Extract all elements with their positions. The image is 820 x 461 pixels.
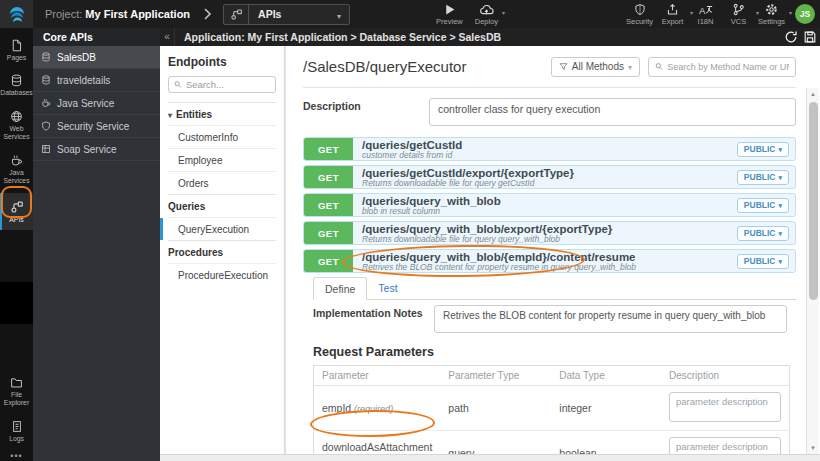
tab-define[interactable]: Define (313, 277, 367, 300)
branch-icon (732, 3, 745, 16)
cloud-upload-icon (479, 3, 494, 16)
more-options-icon[interactable] (10, 451, 22, 461)
svg-text:A: A (699, 4, 706, 15)
i18n-label: I18N (698, 17, 714, 26)
param-row-empid: empId (required) path integer (314, 386, 790, 431)
scrollbar-thumb[interactable] (809, 102, 818, 300)
query-executor-view: /SalesDB/queryExecutor All Methods Descr… (285, 46, 806, 454)
scroll-down-icon[interactable] (807, 445, 819, 451)
access-dropdown[interactable]: PUBLIC (737, 170, 789, 185)
param-description-input[interactable] (669, 392, 781, 422)
sidebar-item-web-services[interactable]: Web Services (0, 105, 33, 146)
sidebar-item-logs[interactable]: Logs (0, 415, 33, 447)
database-icon (41, 52, 51, 62)
shield-icon (41, 121, 51, 131)
export-button[interactable]: Export (659, 3, 686, 26)
chevron-down-icon (778, 256, 782, 266)
soap-icon (41, 144, 51, 154)
coffee-icon (10, 154, 23, 167)
method-search[interactable] (648, 57, 796, 77)
endpoint-url-area[interactable]: /queries/getCustId/export/{exportType} R… (353, 166, 583, 188)
core-api-item-traveldetails[interactable]: traveldetails (33, 69, 160, 92)
endpoint-url-area[interactable]: /queries/query_with_blob blob in result … (353, 194, 510, 216)
scroll-up-icon[interactable] (807, 91, 819, 97)
avatar[interactable]: JS (795, 4, 815, 24)
core-apis-title: Core APIs (33, 28, 160, 46)
deploy-button[interactable]: Deploy (475, 3, 498, 26)
settings-button[interactable]: Settings (758, 3, 785, 26)
implementation-notes-input[interactable]: Retrives the BLOB content for property r… (434, 305, 787, 333)
chevron-down-icon (778, 172, 782, 182)
vertical-scrollbar[interactable] (806, 88, 819, 454)
left-sidebar: Pages Databases Web Services Java Servic… (0, 28, 33, 461)
core-api-item-java-service[interactable]: Java Service (33, 92, 160, 115)
endpoint-item-procedureexecution[interactable]: ProcedureExecution (168, 263, 276, 286)
workspace-dropdown[interactable]: APIs (223, 4, 350, 25)
filter-icon (559, 62, 568, 71)
param-required: (required) (354, 404, 393, 414)
methods-filter-dropdown[interactable]: All Methods (551, 57, 640, 77)
method-badge: GET (304, 250, 353, 272)
method-badge: GET (304, 222, 353, 244)
endpoint-search[interactable] (168, 76, 276, 93)
endpoint-url-area[interactable]: /queries/getCustId customer details from… (353, 138, 471, 160)
access-dropdown[interactable]: PUBLIC (737, 254, 789, 269)
core-api-item-security-service[interactable]: Security Service (33, 115, 160, 138)
endpoint-item-customerinfo[interactable]: CustomerInfo (168, 125, 276, 148)
search-icon (174, 80, 182, 89)
sidebar-item-file-explorer[interactable]: File Explorer (0, 371, 33, 412)
column-description: Description (661, 366, 790, 386)
vcs-button[interactable]: VCS (725, 3, 752, 26)
column-parameter-type: Parameter Type (440, 366, 551, 386)
export-label: Export (662, 17, 684, 26)
section-queries[interactable]: Queries (168, 194, 276, 217)
sidebar-item-pages[interactable]: Pages (0, 34, 33, 66)
endpoint-item-orders[interactable]: Orders (168, 171, 276, 194)
tab-test[interactable]: Test (367, 277, 408, 300)
core-api-item-soap-service[interactable]: Soap Service (33, 138, 160, 161)
column-parameter: Parameter (314, 366, 441, 386)
access-dropdown[interactable]: PUBLIC (737, 142, 789, 157)
section-procedures[interactable]: Procedures (168, 240, 276, 263)
sidebar-item-databases[interactable]: Databases (0, 69, 33, 101)
preview-button[interactable]: Preview (436, 3, 463, 26)
refresh-button[interactable] (784, 30, 798, 44)
breadcrumb-bar: Application: My First Application > Data… (160, 28, 820, 46)
save-button[interactable] (803, 30, 817, 44)
endpoint-item-queryexecution[interactable]: QueryExecution (168, 217, 276, 240)
detail-tabs: Define Test (313, 277, 796, 300)
method-badge: GET (304, 194, 353, 216)
refresh-icon (784, 30, 798, 44)
sidebar-item-java-services[interactable]: Java Services (0, 149, 33, 190)
play-icon (443, 3, 456, 16)
method-search-input[interactable] (667, 62, 789, 72)
api-designer-app: Project: My First Application APIs Previ… (0, 0, 820, 461)
preview-deploy-group: Preview Deploy (436, 3, 498, 26)
sidebar-item-apis[interactable]: APIs (0, 193, 33, 230)
security-button[interactable]: Security (626, 3, 653, 26)
endpoint-search-input[interactable] (186, 79, 270, 90)
page-icon (10, 39, 23, 52)
core-api-item-salesdb[interactable]: SalesDB (33, 46, 160, 69)
chevron-down-icon (778, 200, 782, 210)
endpoint-row-query-with-blob: GET /queries/query_with_blob blob in res… (303, 193, 796, 217)
i18n-button[interactable]: A I18N (692, 3, 719, 26)
endpoint-url-area[interactable]: /queries/query_with_blob/{empId}/content… (353, 250, 645, 272)
section-entities[interactable]: Entities (168, 102, 276, 125)
bottom-strip (160, 454, 820, 461)
api-icon (10, 200, 24, 214)
method-badge: GET (304, 166, 353, 188)
endpoint-item-employee[interactable]: Employee (168, 148, 276, 171)
param-description-input[interactable] (669, 437, 781, 454)
collapse-panel-button[interactable] (160, 28, 175, 46)
project-breadcrumb: Project: My First Application (45, 8, 190, 20)
access-dropdown[interactable]: PUBLIC (737, 198, 789, 213)
endpoint-url-area[interactable]: /queries/query_with_blob/export/{exportT… (353, 222, 621, 244)
access-dropdown[interactable]: PUBLIC (737, 226, 789, 241)
top-bar: Project: My First Application APIs Previ… (0, 0, 820, 28)
param-name: downloadAsAttachment (322, 441, 432, 453)
endpoint-row-blob-content-resume: GET /queries/query_with_blob/{empId}/con… (303, 249, 796, 273)
wavemaker-logo-icon[interactable] (0, 0, 33, 28)
translate-icon: A (699, 3, 713, 16)
description-input[interactable]: controller class for query execution (429, 98, 796, 126)
